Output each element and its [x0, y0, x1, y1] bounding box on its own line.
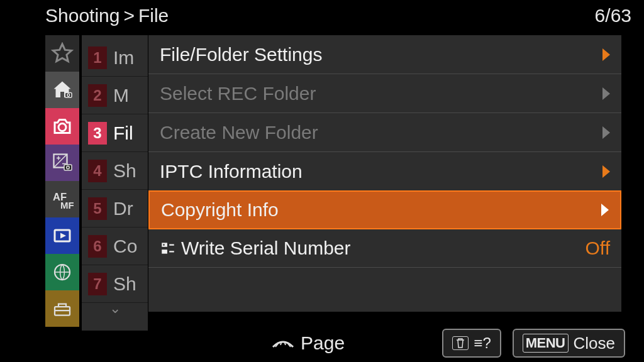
- row-write-serial-number[interactable]: Write Serial Number Off: [148, 229, 621, 268]
- exposure-icon: [51, 151, 74, 174]
- icon-rail: AFMF: [45, 35, 79, 327]
- network-icon: [51, 261, 74, 283]
- row-select-rec-folder: Select REC Folder: [148, 74, 621, 113]
- row-label: Copyright Info: [161, 199, 279, 221]
- help-button[interactable]: ≡?: [442, 329, 501, 358]
- row-label: IPTC Information: [160, 161, 303, 182]
- row-copyright-info[interactable]: Copyright Info: [148, 190, 621, 229]
- breadcrumb-root: Shooting: [45, 5, 119, 26]
- close-label: Close: [574, 334, 615, 353]
- page-counter: 6/63: [595, 5, 631, 26]
- sub-page-list: 1Im 2M 3Fil 4Sh 5Dr 6Co 7Sh ⌄: [82, 35, 148, 331]
- tab-focus[interactable]: AFMF: [45, 181, 79, 217]
- trash-icon: [452, 336, 469, 350]
- subpage-1[interactable]: 1Im: [82, 39, 148, 77]
- svg-point-13: [163, 244, 165, 246]
- home-icon: [51, 79, 74, 101]
- row-file-folder-settings[interactable]: File/Folder Settings: [148, 35, 621, 74]
- row-value: Off: [586, 238, 610, 259]
- row-label: Create New Folder: [160, 122, 318, 143]
- row-iptc-information[interactable]: IPTC Information: [148, 152, 621, 191]
- help-icon: ≡?: [474, 334, 491, 352]
- tab-shooting[interactable]: [45, 108, 79, 145]
- menu-icon: MENU: [523, 334, 569, 353]
- svg-text:MF: MF: [60, 200, 74, 211]
- chevron-right-icon: [602, 161, 610, 182]
- svg-point-2: [58, 124, 66, 131]
- subpage-5[interactable]: 5Dr: [82, 190, 148, 228]
- subpage-7[interactable]: 7Sh: [82, 265, 148, 303]
- star-icon: [51, 42, 74, 65]
- bottom-bar: Page ≡? MENU Close: [0, 324, 644, 362]
- row-create-new-folder: Create New Folder: [148, 113, 621, 152]
- row-label: Select REC Folder: [160, 83, 316, 104]
- settings-list: File/Folder Settings Select REC Folder C…: [148, 35, 621, 312]
- chevron-down-icon: ⌄: [82, 300, 148, 317]
- afmf-icon: AFMF: [51, 188, 74, 211]
- serial-icon: [160, 240, 176, 256]
- subpage-6[interactable]: 6Co: [82, 228, 148, 265]
- chevron-right-icon: [602, 44, 610, 65]
- row-label: File/Folder Settings: [160, 44, 322, 65]
- subpage-3[interactable]: 3Fil: [82, 114, 148, 152]
- breadcrumb-bar: Shooting > File 6/63: [0, 0, 644, 31]
- tab-home[interactable]: [45, 72, 79, 108]
- page-label: Page: [301, 332, 345, 354]
- tab-setup[interactable]: [45, 290, 79, 327]
- chevron-right-icon: [601, 199, 609, 221]
- chevron-right-icon: [602, 83, 610, 104]
- tab-network[interactable]: [45, 254, 79, 290]
- row-label: Write Serial Number: [181, 238, 351, 259]
- close-button[interactable]: MENU Close: [513, 329, 625, 358]
- tab-favorites[interactable]: [45, 35, 79, 72]
- breadcrumb-leaf: File: [138, 5, 169, 26]
- subpage-4[interactable]: 4Sh: [82, 152, 148, 190]
- breadcrumb: Shooting > File: [45, 5, 169, 26]
- wheel-icon: [270, 336, 296, 351]
- tab-exposure[interactable]: [45, 145, 79, 181]
- camera-icon: [51, 115, 74, 138]
- svg-rect-4: [64, 165, 72, 170]
- svg-rect-12: [162, 250, 167, 254]
- toolbox-icon: [51, 297, 74, 320]
- play-icon: [51, 224, 74, 247]
- subpage-2[interactable]: 2M: [82, 77, 148, 114]
- breadcrumb-sep: >: [123, 5, 135, 26]
- tab-playback[interactable]: [45, 217, 79, 254]
- chevron-right-icon: [602, 122, 610, 143]
- page-control[interactable]: Page: [270, 332, 345, 354]
